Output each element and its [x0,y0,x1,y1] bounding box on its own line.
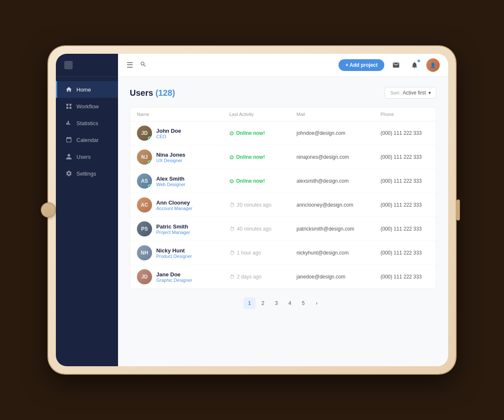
menu-icon[interactable]: ☰ [126,60,133,70]
user-name: Nicky Hunt [156,247,192,254]
user-phone: (000) 111 222 333 [381,202,436,208]
user-email: ninajones@design.com [297,154,381,160]
user-role: Graphic Designer [156,278,192,283]
online-indicator [148,160,152,164]
col-name: Name [137,112,229,117]
sidebar-item-label-statistics: Statistics [76,120,98,126]
user-info: NH Nicky Hunt Product Designer [137,245,229,260]
user-avatar[interactable]: 👤 [426,58,440,72]
sidebar-item-settings[interactable]: Settings [56,165,118,182]
pagination: 1 2 3 4 5 › [130,297,436,309]
user-activity: ⊙ Online now! [229,154,297,160]
user-avatar-6: JD [137,269,152,284]
sidebar-item-label-home: Home [76,87,91,93]
page-btn-3[interactable]: 3 [270,297,282,309]
user-activity: ⊙ Online now! [229,178,297,184]
sidebar-item-label-calendar: Calendar [76,137,99,143]
table-header: Name Last activity Mail Phone [130,108,436,121]
user-avatar-3: AC [137,197,152,213]
page-btn-2[interactable]: 2 [257,297,269,309]
user-phone: (000) 111 222 333 [381,130,436,136]
sidebar-item-label-settings: Settings [76,171,96,177]
header-left: ☰ [126,60,147,70]
online-clock-icon: ⊙ [229,154,234,160]
table-row[interactable]: NH Nicky Hunt Product Designer ⏱ 1 hour … [130,241,436,265]
user-role: Account Manager [156,206,192,211]
sidebar-item-home[interactable]: Home [56,81,118,98]
table-row[interactable]: JD Jane Doe Graphic Designer ⏱ 2 days ag… [130,265,436,289]
activity-text: 2 days ago [237,274,262,280]
user-phone: (000) 111 222 333 [381,274,436,280]
user-details: Ann Clooney Account Manager [156,200,192,211]
tablet-screen: Home Workflow Statistics [56,54,448,366]
table-row[interactable]: JD John Doe CEO ⊙ Online now! johndoe@de… [130,121,436,145]
user-name: Ann Clooney [156,200,192,206]
page-btn-1[interactable]: 1 [244,297,255,309]
table-row[interactable]: AC Ann Clooney Account Manager ⏱ 20 minu… [130,193,436,217]
activity-text: 1 hour ago [237,250,261,256]
calendar-icon [66,136,72,143]
page-header: Users (128) Sort: Active first ▾ [130,87,436,99]
chevron-down-icon: ▾ [428,90,431,96]
user-info: JD John Doe CEO [137,126,229,141]
user-phone: (000) 111 222 333 [381,250,436,256]
user-avatar-0: JD [137,126,152,141]
user-phone: (000) 111 222 333 [381,178,436,184]
content-area: Users (128) Sort: Active first ▾ Name La [118,77,448,366]
page-btn-5[interactable]: 5 [297,297,309,309]
user-name: John Doe [156,128,181,134]
user-info: NJ Nina Jones UX Designer [137,150,229,165]
user-email: patricksmith@design.com [297,226,381,232]
table-body: JD John Doe CEO ⊙ Online now! johndoe@de… [130,121,436,289]
user-activity: ⏱ 20 minutes ago [229,202,297,208]
online-indicator [148,136,152,140]
chart-icon [66,120,72,126]
sidebar-item-users[interactable]: Users [56,148,118,165]
mail-icon[interactable] [389,58,403,72]
users-table: Name Last activity Mail Phone JD John [130,107,436,289]
user-activity: ⏱ 2 days ago [229,274,297,280]
user-email: nickyhunt@design.com [297,250,381,256]
user-avatar-1: NJ [137,150,152,165]
page-next-btn[interactable]: › [311,297,323,309]
search-icon[interactable] [140,61,147,69]
sidebar-nav: Home Workflow Statistics [56,77,118,366]
sidebar-item-label-workflow: Workflow [76,103,99,110]
home-button[interactable] [41,202,56,218]
page-btn-4[interactable]: 4 [284,297,296,309]
user-details: Alex Smith Web Designer [156,176,186,187]
header-right: + Add project [339,58,440,72]
user-role: Product Designer [156,254,192,259]
user-role: UX Designer [156,158,185,163]
user-details: John Doe CEO [156,128,181,139]
user-phone: (000) 111 222 333 [381,226,436,232]
notifications-icon[interactable] [408,58,421,72]
user-phone: (000) 111 222 333 [381,154,436,160]
user-info: PS Patric Smith Project Manager [137,221,229,236]
sidebar-item-calendar[interactable]: Calendar [56,131,118,148]
sort-dropdown[interactable]: Sort: Active first ▾ [385,87,436,99]
header: ☰ + Add project [118,54,448,77]
add-project-button[interactable]: + Add project [339,59,384,71]
table-row[interactable]: NJ Nina Jones UX Designer ⊙ Online now! … [130,145,436,169]
table-row[interactable]: PS Patric Smith Project Manager ⏱ 40 min… [130,217,436,241]
user-details: Patric Smith Project Manager [156,223,190,235]
user-role: Project Manager [156,230,190,235]
activity-text: 20 minutes ago [237,202,271,208]
user-details: Jane Doe Graphic Designer [156,271,192,283]
user-email: annclooney@design.com [297,202,381,208]
sidebar-item-workflow[interactable]: Workflow [56,98,118,115]
app-container: Home Workflow Statistics [56,54,448,366]
sidebar-item-statistics[interactable]: Statistics [56,115,118,131]
users-count: (128) [155,88,175,97]
user-details: Nina Jones UX Designer [156,152,185,163]
clock-icon: ⏱ [229,250,235,256]
side-button [457,200,460,220]
user-name: Patric Smith [156,223,190,230]
online-clock-icon: ⊙ [229,130,234,136]
page-title-text: Users [130,88,153,97]
user-icon [66,153,72,160]
user-activity: ⊙ Online now! [229,130,297,136]
tablet-frame: Home Workflow Statistics [48,46,456,374]
table-row[interactable]: AS Alex Smith Web Designer ⊙ Online now!… [130,169,436,193]
